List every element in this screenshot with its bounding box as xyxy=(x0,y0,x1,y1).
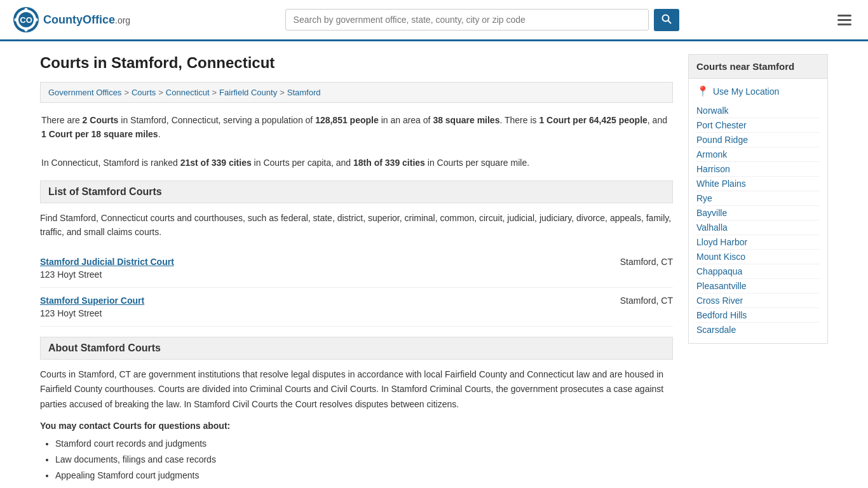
about-desc: Courts in Stamford, CT are government in… xyxy=(40,367,673,411)
search-icon xyxy=(661,14,672,24)
logo-text: CountyOffice.org xyxy=(43,13,130,26)
list-section-header: List of Stamford Courts xyxy=(40,180,673,203)
menu-line xyxy=(837,24,851,25)
breadcrumb-gov-offices[interactable]: Government Offices xyxy=(48,88,121,97)
nearby-city-link[interactable]: Scarsdale xyxy=(696,323,820,337)
sidebar: Courts near Stamford 📍 Use My Location N… xyxy=(688,54,828,484)
breadcrumb-connecticut[interactable]: Connecticut xyxy=(166,88,210,97)
bold-ranked-mile: 18th of 339 cities xyxy=(353,158,425,168)
bullet-item: Appealing Stamford court judgments xyxy=(55,468,673,484)
sidebar-header: Courts near Stamford xyxy=(688,54,828,79)
use-my-location-link[interactable]: 📍 Use My Location xyxy=(696,85,820,97)
bold-ranked-capita: 21st of 339 cities xyxy=(180,158,252,168)
court-name-link[interactable]: Stamford Superior Court xyxy=(40,295,144,306)
nearby-city-link[interactable]: White Plains xyxy=(696,177,820,191)
breadcrumb-sep: > xyxy=(124,88,129,97)
court-item: Stamford Superior Court Stamford, CT 123… xyxy=(40,288,673,327)
logo-icon: CO xyxy=(13,6,39,33)
search-button[interactable] xyxy=(654,9,679,31)
svg-line-9 xyxy=(668,20,671,24)
breadcrumb-fairfield[interactable]: Fairfield County xyxy=(219,88,277,97)
menu-button[interactable] xyxy=(834,11,855,29)
search-area xyxy=(285,9,679,31)
main-content: Courts in Stamford, Connecticut Governme… xyxy=(40,54,673,484)
bullet-item: Stamford court records and judgments xyxy=(55,436,673,452)
nearby-city-link[interactable]: Harrison xyxy=(696,162,820,177)
breadcrumb-courts[interactable]: Courts xyxy=(132,88,156,97)
svg-point-7 xyxy=(35,18,38,22)
nearby-city-link[interactable]: Bayville xyxy=(696,206,820,220)
about-section-header: About Stamford Courts xyxy=(40,337,673,360)
location-pin-icon: 📍 xyxy=(696,85,709,97)
nearby-city-link[interactable]: Pleasantville xyxy=(696,279,820,294)
nearby-cities: NorwalkPort ChesterPound RidgeArmonkHarr… xyxy=(696,104,820,337)
nearby-city-link[interactable]: Bedford Hills xyxy=(696,308,820,323)
nearby-city-link[interactable]: Armonk xyxy=(696,147,820,162)
nearby-city-link[interactable]: Rye xyxy=(696,191,820,206)
menu-line xyxy=(837,19,851,21)
court-address: 123 Hoyt Street xyxy=(40,308,673,318)
svg-point-8 xyxy=(662,15,668,21)
list-section-desc: Find Stamford, Connecticut courts and co… xyxy=(40,211,673,240)
svg-point-4 xyxy=(25,8,28,11)
nearby-city-link[interactable]: Pound Ridge xyxy=(696,133,820,147)
contact-header: You may contact Courts for questions abo… xyxy=(40,421,673,431)
court-city-state: Stamford, CT xyxy=(597,295,673,306)
breadcrumb: Government Offices > Courts > Connecticu… xyxy=(40,82,673,103)
nearby-city-link[interactable]: Norwalk xyxy=(696,104,820,118)
svg-point-6 xyxy=(15,18,18,22)
bold-population: 128,851 people xyxy=(315,115,379,125)
nearby-city-link[interactable]: Valhalla xyxy=(696,220,820,235)
bold-per-mile: 1 Court per 18 square miles xyxy=(41,129,158,139)
bold-area: 38 square miles xyxy=(433,115,499,125)
use-location-label: Use My Location xyxy=(713,86,779,97)
bullet-list: Stamford court records and judgments Law… xyxy=(40,436,673,484)
logo[interactable]: CO CountyOffice.org xyxy=(13,6,130,33)
page-title: Courts in Stamford, Connecticut xyxy=(40,54,673,72)
nearby-city-link[interactable]: Cross River xyxy=(696,294,820,308)
bullet-item: Law documents, filings and case records xyxy=(55,452,673,468)
menu-line xyxy=(837,15,851,17)
court-city-state: Stamford, CT xyxy=(597,257,673,267)
svg-text:CO: CO xyxy=(20,15,32,25)
description: There are 2 Courts in Stamford, Connecti… xyxy=(40,113,673,170)
nearby-city-link[interactable]: Mount Kisco xyxy=(696,250,820,264)
breadcrumb-sep: > xyxy=(158,88,163,97)
court-item: Stamford Judicial District Court Stamfor… xyxy=(40,249,673,288)
breadcrumb-sep: > xyxy=(280,88,285,97)
nearby-city-link[interactable]: Lloyd Harbor xyxy=(696,235,820,250)
bold-courts-count: 2 Courts xyxy=(83,115,119,125)
search-input[interactable] xyxy=(285,9,649,30)
breadcrumb-sep: > xyxy=(212,88,217,97)
nearby-city-link[interactable]: Chappaqua xyxy=(696,264,820,279)
nearby-city-link[interactable]: Port Chester xyxy=(696,118,820,133)
breadcrumb-stamford[interactable]: Stamford xyxy=(287,88,321,97)
court-address: 123 Hoyt Street xyxy=(40,269,673,280)
bold-per-capita: 1 Court per 64,425 people xyxy=(539,115,647,125)
svg-point-5 xyxy=(25,29,28,32)
court-name-link[interactable]: Stamford Judicial District Court xyxy=(40,257,174,267)
sidebar-content: 📍 Use My Location NorwalkPort ChesterPou… xyxy=(688,79,828,344)
